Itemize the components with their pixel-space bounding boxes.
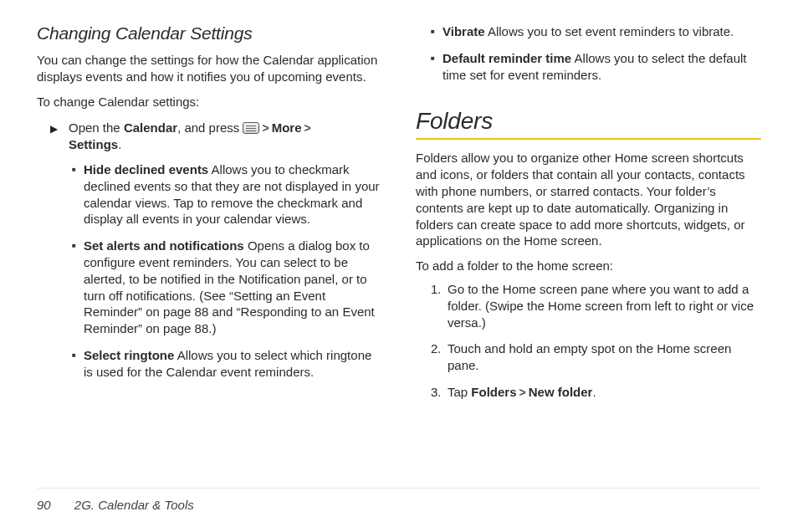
new-folder-bold: New folder xyxy=(529,385,593,399)
bullet-desc: Allows you to set event reminders to vib… xyxy=(485,24,734,38)
more-bold: More xyxy=(272,120,302,135)
step-text: Go to the Home screen pane where you wan… xyxy=(448,281,761,330)
chevron-icon: > xyxy=(517,385,529,400)
bullet-text: Default reminder time Allows you to sele… xyxy=(442,50,761,84)
bullet-text: Set alerts and notifications Opens a dia… xyxy=(84,238,382,337)
footer-divider xyxy=(37,488,761,489)
bullet-title: Vibrate xyxy=(442,24,485,38)
lead-instruction: To change Calendar settings: xyxy=(37,94,382,110)
menu-icon xyxy=(243,122,259,134)
play-marker-icon: ▶ xyxy=(50,123,69,136)
bullet-title: Hide declined events xyxy=(84,162,208,176)
left-bullets: ■ Hide declined events Allows you to che… xyxy=(72,161,382,391)
step-text: Tap Folders>New folder. xyxy=(448,384,761,401)
square-bullet-icon: ■ xyxy=(72,166,84,228)
open-mid: , and press xyxy=(177,120,243,135)
bullet-title: Set alerts and notifications xyxy=(84,238,244,253)
square-bullet-icon: ■ xyxy=(431,54,442,84)
bullet-desc: Opens a dialog box to configure event re… xyxy=(84,238,375,335)
chevron-icon: > xyxy=(259,120,271,136)
step-number: 1. xyxy=(431,281,448,330)
bullet-title: Select ringtone xyxy=(84,348,174,362)
bullet-title: Default reminder time xyxy=(442,51,571,65)
bullet-vibrate: ■ Vibrate Allows you to set event remind… xyxy=(431,23,761,40)
page-columns: Changing Calendar Settings You can chang… xyxy=(37,23,761,467)
open-calendar-step: ▶ Open the Calendar, and press >More>Set… xyxy=(50,120,382,153)
bullet-hide-declined: ■ Hide declined events Allows you to che… xyxy=(72,161,382,228)
folders-lead: To add a folder to the home screen: xyxy=(416,258,761,274)
period: . xyxy=(118,137,121,151)
left-column: Changing Calendar Settings You can chang… xyxy=(37,23,382,467)
section-title: 2G. Calendar & Tools xyxy=(74,498,194,512)
settings-bold: Settings xyxy=(69,137,118,151)
square-bullet-icon: ■ xyxy=(431,28,442,40)
folders-intro: Folders allow you to organize other Home… xyxy=(416,150,761,249)
square-bullet-icon: ■ xyxy=(72,351,84,381)
step-text: Touch and hold an empty spot on the Home… xyxy=(448,340,761,374)
step-number: 2. xyxy=(431,340,448,374)
page-footer: 90 2G. Calendar & Tools xyxy=(37,498,194,512)
right-column: ■ Vibrate Allows you to set event remind… xyxy=(416,23,761,467)
heading-changing-calendar-settings: Changing Calendar Settings xyxy=(37,23,382,43)
folders-steps: 1. Go to the Home screen pane where you … xyxy=(431,281,761,411)
right-top-bullets: ■ Vibrate Allows you to set event remind… xyxy=(431,23,761,93)
bullet-text: Vibrate Allows you to set event reminder… xyxy=(442,23,761,40)
step-number: 3. xyxy=(431,384,448,401)
step-1: 1. Go to the Home screen pane where you … xyxy=(431,281,761,330)
folders-bold: Folders xyxy=(471,385,516,399)
square-bullet-icon: ■ xyxy=(72,242,84,337)
open-calendar-text: Open the Calendar, and press >More>Setti… xyxy=(69,120,382,153)
intro-paragraph: You can change the settings for how the … xyxy=(37,52,382,85)
step3-pre: Tap xyxy=(448,385,471,399)
bullet-set-alerts: ■ Set alerts and notifications Opens a d… xyxy=(72,238,382,337)
open-pre: Open the xyxy=(69,120,124,135)
chevron-icon: > xyxy=(302,120,314,136)
heading-folders: Folders xyxy=(416,108,761,135)
step-2: 2. Touch and hold an empty spot on the H… xyxy=(431,340,761,374)
bullet-text: Select ringtone Allows you to select whi… xyxy=(84,347,382,381)
bullet-text: Hide declined events Allows you to check… xyxy=(84,161,382,228)
bullet-default-reminder: ■ Default reminder time Allows you to se… xyxy=(431,50,761,84)
step-3: 3. Tap Folders>New folder. xyxy=(431,384,761,401)
calendar-bold: Calendar xyxy=(124,120,177,135)
section-divider xyxy=(416,138,761,140)
bullet-select-ringtone: ■ Select ringtone Allows you to select w… xyxy=(72,347,382,381)
page-number: 90 xyxy=(37,498,51,512)
step3-post: . xyxy=(592,385,596,399)
